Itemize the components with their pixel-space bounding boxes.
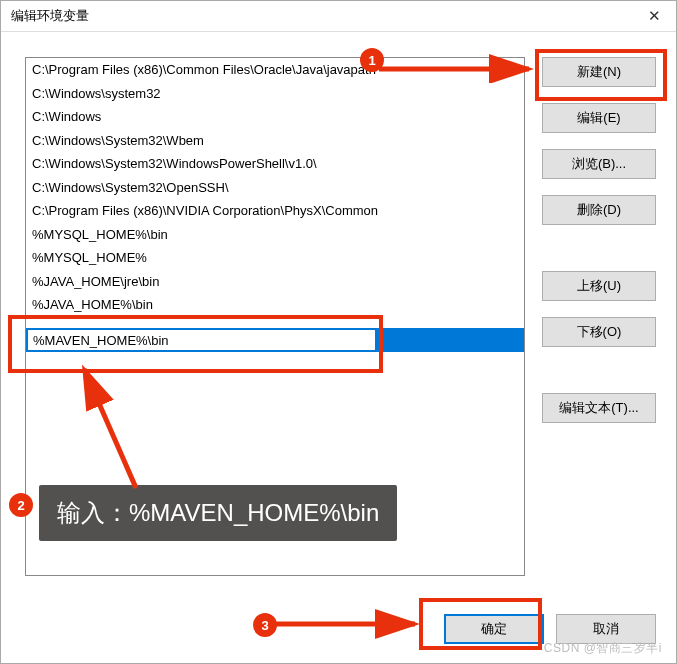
move-up-button[interactable]: 上移(U) <box>542 271 656 301</box>
bottom-button-row: 确定 取消 <box>444 614 656 644</box>
list-item[interactable]: C:\Windows\System32\WindowsPowerShell\v1… <box>26 152 524 176</box>
path-edit-input[interactable] <box>27 329 376 351</box>
list-item[interactable]: %JAVA_HOME\jre\bin <box>26 270 524 294</box>
list-item[interactable]: %MYSQL_HOME% <box>26 246 524 270</box>
cancel-button[interactable]: 取消 <box>556 614 656 644</box>
close-icon: ✕ <box>648 7 661 25</box>
list-item[interactable]: C:\Windows\System32\OpenSSH\ <box>26 176 524 200</box>
list-item[interactable]: %JAVA_HOME%\bin <box>26 293 524 317</box>
list-item-editing <box>26 328 524 352</box>
edit-button[interactable]: 编辑(E) <box>542 103 656 133</box>
list-item[interactable]: C:\Windows\System32\Wbem <box>26 129 524 153</box>
path-listbox[interactable]: C:\Program Files (x86)\Common Files\Orac… <box>25 57 525 576</box>
list-item[interactable]: C:\Windows\system32 <box>26 82 524 106</box>
new-button[interactable]: 新建(N) <box>542 57 656 87</box>
close-button[interactable]: ✕ <box>632 1 676 31</box>
list-item[interactable]: C:\Program Files (x86)\NVIDIA Corporatio… <box>26 199 524 223</box>
edit-text-button[interactable]: 编辑文本(T)... <box>542 393 656 423</box>
list-item[interactable]: C:\Windows <box>26 105 524 129</box>
dialog-window: 编辑环境变量 ✕ C:\Program Files (x86)\Common F… <box>0 0 677 664</box>
browse-button[interactable]: 浏览(B)... <box>542 149 656 179</box>
dialog-title: 编辑环境变量 <box>11 7 89 25</box>
title-bar: 编辑环境变量 ✕ <box>1 1 676 32</box>
annotation-badge-3: 3 <box>253 613 277 637</box>
side-button-column: 新建(N) 编辑(E) 浏览(B)... 删除(D) 上移(U) 下移(O) 编… <box>542 57 658 439</box>
move-down-button[interactable]: 下移(O) <box>542 317 656 347</box>
annotation-arrow-3 <box>275 609 425 639</box>
list-item[interactable]: C:\Program Files (x86)\Common Files\Orac… <box>26 58 524 82</box>
list-item[interactable]: %MYSQL_HOME%\bin <box>26 223 524 247</box>
ok-button[interactable]: 确定 <box>444 614 544 644</box>
delete-button[interactable]: 删除(D) <box>542 195 656 225</box>
